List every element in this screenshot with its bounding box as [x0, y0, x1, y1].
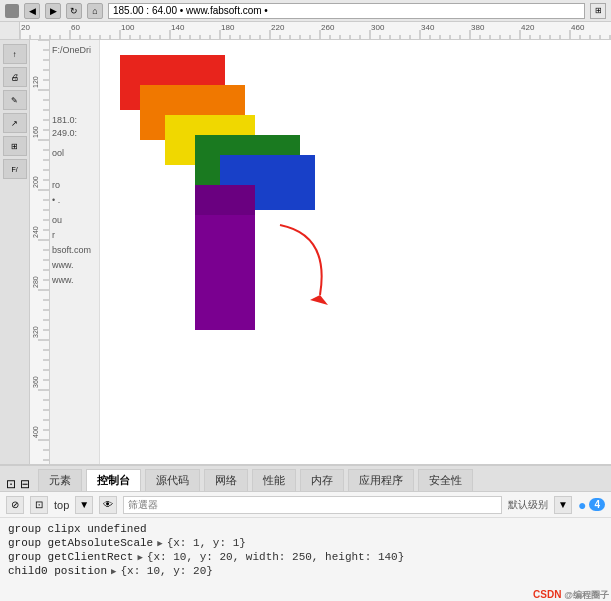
top-label: top	[54, 499, 69, 511]
label-coord1: 181.0:	[52, 115, 77, 125]
browser-extra-icon[interactable]: ⊞	[590, 3, 606, 19]
tab-performance[interactable]: 性能	[252, 469, 296, 491]
label-www2: www.	[52, 275, 74, 285]
label-www1: www.	[52, 260, 74, 270]
devtools-line-0: group clipx undefined	[8, 522, 603, 536]
sidebar-item-0[interactable]: ↑	[3, 44, 27, 64]
ruler-corner	[0, 22, 20, 40]
devtools-content: group clipx undefined group getAbsoluteS…	[0, 518, 611, 582]
tab-memory[interactable]: 内存	[300, 469, 344, 491]
ruler-left	[30, 40, 50, 464]
csdn-watermark: CSDN @编程圈子	[533, 589, 609, 601]
browser-chrome: ◀ ▶ ↻ ⌂ 185.00 : 64.00 • www.fabsoft.com…	[0, 0, 611, 22]
ruler-top-container	[0, 22, 611, 40]
devtools-icon-2[interactable]: ⊟	[20, 477, 30, 491]
canvas-area	[100, 40, 611, 464]
label-coord2: 249.0:	[52, 128, 77, 138]
stop-btn[interactable]: ⊡	[30, 496, 48, 514]
sidebar-item-3[interactable]: ↗	[3, 113, 27, 133]
clear-console-btn[interactable]: ⊘	[6, 496, 24, 514]
label-ou: ou	[52, 215, 62, 225]
devtools-line-3: child0 position ▶ {x: 10, y: 20}	[8, 564, 603, 578]
tab-source[interactable]: 源代码	[145, 469, 200, 491]
devtools-line-2: group getClientRect ▶ {x: 10, y: 20, wid…	[8, 550, 603, 564]
devtools-toolbar: ⊘ ⊡ top ▼ 👁 默认级别 ▼ ● 4	[0, 492, 611, 518]
ruler-top-marks	[20, 22, 611, 39]
nav-home-btn[interactable]: ⌂	[87, 3, 103, 19]
sidebar: ↑ 🖨 ✎ ↗ ⊞ F/	[0, 40, 30, 464]
address-bar[interactable]: 185.00 : 64.00 • www.fabsoft.com •	[108, 3, 585, 19]
badge-count: 4	[589, 498, 605, 511]
label-dot: • .	[52, 195, 60, 205]
tab-security[interactable]: 安全性	[418, 469, 473, 491]
label-path: F:/OneDri	[52, 45, 91, 55]
devtools-line-1: group getAbsoluteScale ▶ {x: 1, y: 1}	[8, 536, 603, 550]
svg-marker-0	[310, 295, 328, 305]
label-bsoft: bsoft.com	[52, 245, 91, 255]
sidebar-item-2[interactable]: ✎	[3, 90, 27, 110]
devtools-tabs: ⊡ ⊟ 元素 控制台 源代码 网络 性能 内存 应用程序 安全性	[0, 466, 611, 492]
devtools-icon-1[interactable]: ⊡	[6, 477, 16, 491]
sidebar-item-1[interactable]: 🖨	[3, 67, 27, 87]
default-level-label: 默认级别	[508, 498, 548, 512]
badge-dot-icon: ●	[578, 497, 586, 513]
filter-input[interactable]	[123, 496, 502, 514]
tab-application[interactable]: 应用程序	[348, 469, 414, 491]
browser-logo-icon	[5, 4, 19, 18]
rect-purple-small[interactable]	[195, 185, 255, 215]
expand-icon-2[interactable]: ▶	[137, 552, 142, 563]
nav-reload-btn[interactable]: ↻	[66, 3, 82, 19]
tab-elements[interactable]: 元素	[38, 469, 82, 491]
label-r: r	[52, 230, 55, 240]
eye-btn[interactable]: 👁	[99, 496, 117, 514]
label-ro: ro	[52, 180, 60, 190]
tab-network[interactable]: 网络	[204, 469, 248, 491]
expand-icon-1[interactable]: ▶	[157, 538, 162, 549]
level-dropdown-btn[interactable]: ▼	[554, 496, 572, 514]
label-tool: ool	[52, 148, 64, 158]
devtools-tab-icons: ⊡ ⊟	[0, 477, 36, 491]
sidebar-item-4[interactable]: ⊞	[3, 136, 27, 156]
nav-forward-btn[interactable]: ▶	[45, 3, 61, 19]
main-area: ↑ 🖨 ✎ ↗ ⊞ F/ F:/OneDri 181.0: 249.0: ool…	[0, 40, 611, 464]
tab-console[interactable]: 控制台	[86, 469, 141, 491]
nav-back-btn[interactable]: ◀	[24, 3, 40, 19]
arrow-annotation	[250, 215, 370, 335]
left-labels: F:/OneDri 181.0: 249.0: ool ro • . ou r …	[50, 40, 100, 464]
rect-purple-tall[interactable]	[195, 215, 255, 330]
devtools-panel: ⊡ ⊟ 元素 控制台 源代码 网络 性能 内存 应用程序 安全性 ⊘ ⊡ top…	[0, 464, 611, 601]
top-dropdown-btn[interactable]: ▼	[75, 496, 93, 514]
sidebar-item-file: F/	[3, 159, 27, 179]
expand-icon-3[interactable]: ▶	[111, 566, 116, 577]
